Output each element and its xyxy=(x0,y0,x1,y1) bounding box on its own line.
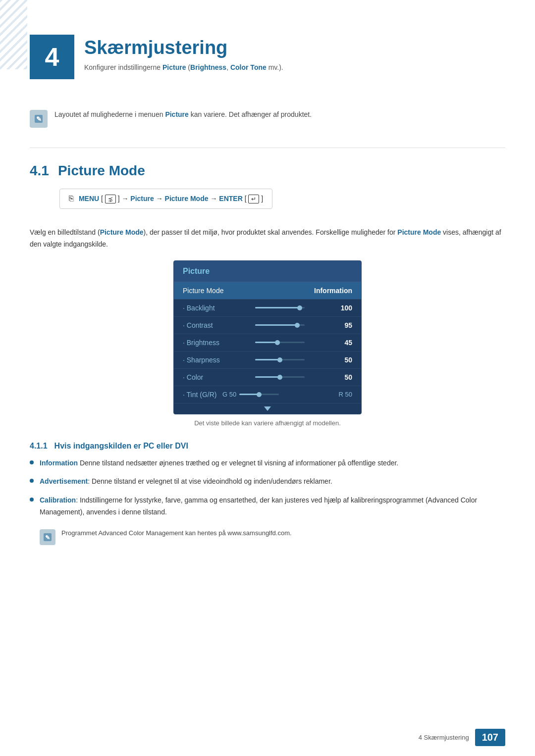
picture-mode-label: Picture Mode xyxy=(183,287,314,295)
stripe-decoration xyxy=(0,0,27,69)
menu-path-container: ⎘ MENU [ ⋨ ] → Picture → Picture Mode → … xyxy=(30,189,505,218)
sharpness-fill xyxy=(255,359,280,360)
tint-bar xyxy=(239,394,335,395)
backlight-fill xyxy=(255,307,300,308)
brightness-track xyxy=(255,342,305,343)
desc-keyword-picturemode2: Picture Mode xyxy=(397,228,441,236)
color-value: 50 xyxy=(327,373,352,381)
tint-thumb xyxy=(257,392,262,397)
menu-bracket-2: ] → xyxy=(118,195,131,202)
brightness-value: 45 xyxy=(327,339,352,347)
backlight-value: 100 xyxy=(327,304,352,312)
color-row: · Color 50 xyxy=(174,369,361,386)
menu-keyword-picture: Picture xyxy=(130,195,154,202)
sharpness-track xyxy=(255,359,305,360)
subsection-num: 4.1.1 xyxy=(30,442,48,451)
brightness-bar xyxy=(255,342,322,343)
tint-row: · Tint (G/R) G 50 R 50 xyxy=(174,386,361,403)
color-thumb xyxy=(277,375,282,380)
sharpness-value: 50 xyxy=(327,356,352,364)
page-number: 107 xyxy=(475,729,505,746)
subsection-411-heading: 4.1.1 Hvis indgangskilden er PC eller DV… xyxy=(30,442,505,451)
contrast-row: · Contrast 95 xyxy=(174,317,361,334)
note-symbol-icon: ✎ xyxy=(33,113,44,124)
contrast-thumb xyxy=(295,323,300,328)
list-item: Information Denne tilstand nedsætter øjn… xyxy=(30,457,505,469)
bullet-dot-icon xyxy=(30,498,34,502)
picture-ui-header-label: Picture xyxy=(183,267,210,275)
keyword-picture: Picture xyxy=(162,63,186,71)
bullet-text-3: Calibration: Indstillingerne for lysstyr… xyxy=(40,495,505,518)
menu-icon: ⎘ xyxy=(69,194,74,202)
menu-bracket-3: [ xyxy=(245,195,247,202)
note-keyword-picture: Picture xyxy=(165,110,188,118)
color-track xyxy=(255,376,305,378)
sharpness-bar xyxy=(255,359,322,360)
menu-path-box: ⎘ MENU [ ⋨ ] → Picture → Picture Mode → … xyxy=(59,189,272,209)
menu-enter-icon: ↵ xyxy=(248,195,259,203)
tint-track xyxy=(239,394,279,395)
section-title: Picture Mode xyxy=(58,163,145,179)
tint-r-value: R 50 xyxy=(339,391,352,398)
note-icon-1: ✎ xyxy=(30,110,48,128)
note-icon-symbol: ✎ xyxy=(30,110,48,128)
color-fill xyxy=(255,376,280,378)
menu-keyword-enter: ENTER xyxy=(219,195,242,202)
chapter-subtitle: Konfigurer indstillingerne Picture (Brig… xyxy=(84,63,283,71)
brightness-fill xyxy=(255,342,277,343)
chapter-title: Skærmjustering xyxy=(84,38,283,58)
backlight-row: · Backlight 100 xyxy=(174,300,361,317)
note-icon-2: ✎ xyxy=(40,529,55,545)
keyword-colortone: Color Tone xyxy=(230,63,267,71)
sharpness-label: · Sharpness xyxy=(183,356,250,364)
menu-arrow-2: → xyxy=(210,195,219,202)
contrast-value: 95 xyxy=(327,321,352,329)
menu-grid-icon: ⋨ xyxy=(105,195,116,203)
contrast-label: · Contrast xyxy=(183,321,250,329)
tint-fill xyxy=(239,394,259,395)
color-label: · Color xyxy=(183,373,250,381)
contrast-bar xyxy=(255,324,322,326)
menu-keyword-picturemode: Picture Mode xyxy=(165,195,209,202)
sharpness-row: · Sharpness 50 xyxy=(174,352,361,369)
list-item: Calibration: Indstillingerne for lysstyr… xyxy=(30,495,505,518)
note-text-1: Layoutet af mulighederne i menuen Pictur… xyxy=(54,109,312,120)
backlight-bar xyxy=(255,307,322,308)
contrast-track xyxy=(255,324,305,326)
chevron-down-icon xyxy=(264,406,271,411)
section-num: 4.1 xyxy=(30,163,49,179)
chapter-header: 4 Skærmjustering Konfigurer indstillinge… xyxy=(30,15,505,89)
subsection-title: Hvis indgangskilden er PC eller DVI xyxy=(54,442,188,451)
bullet-dot-icon xyxy=(30,479,34,483)
brightness-row: · Brightness 45 xyxy=(174,334,361,352)
menu-arrow-1: → xyxy=(156,195,165,202)
picture-ui-panel: Picture Picture Mode Information · Backl… xyxy=(173,260,362,414)
page-footer: 4 Skærmjustering 107 xyxy=(419,729,505,746)
desc-keyword-picturemode: Picture Mode xyxy=(100,228,144,236)
keyword-brightness: Brightness xyxy=(190,63,226,71)
bullet-dot-icon xyxy=(30,460,34,464)
tint-label: · Tint (G/R) xyxy=(183,391,222,399)
bullet-text-2: Advertisement: Denne tilstand er velegne… xyxy=(40,476,332,488)
color-bar xyxy=(255,376,322,378)
bullet-text-1: Information Denne tilstand nedsætter øjn… xyxy=(40,457,398,469)
picture-mode-row: Picture Mode Information xyxy=(174,282,361,300)
note-box-2: ✎ Programmet Advanced Color Management k… xyxy=(40,525,505,548)
bullet-list: Information Denne tilstand nedsætter øjn… xyxy=(30,457,505,518)
chapter-number: 4 xyxy=(30,35,74,79)
section-41-heading: 4.1 Picture Mode xyxy=(30,163,505,179)
brightness-label: · Brightness xyxy=(183,339,250,347)
sharpness-thumb xyxy=(277,357,282,362)
section-divider xyxy=(30,148,505,148)
bullet-term-information: Information xyxy=(40,459,78,467)
picture-caption: Det viste billede kan variere afhængigt … xyxy=(194,419,341,427)
menu-bracket-1: [ xyxy=(101,195,103,202)
svg-text:✎: ✎ xyxy=(36,115,42,123)
contrast-fill xyxy=(255,324,297,326)
picture-mode-value: Information xyxy=(314,287,352,295)
picture-ui-header: Picture xyxy=(174,261,361,282)
picture-ui-scroll-arrow xyxy=(174,403,361,414)
backlight-thumb xyxy=(297,305,302,310)
note-text-2: Programmet Advanced Color Management kan… xyxy=(61,528,292,539)
menu-keyword-menu: MENU xyxy=(79,195,99,202)
